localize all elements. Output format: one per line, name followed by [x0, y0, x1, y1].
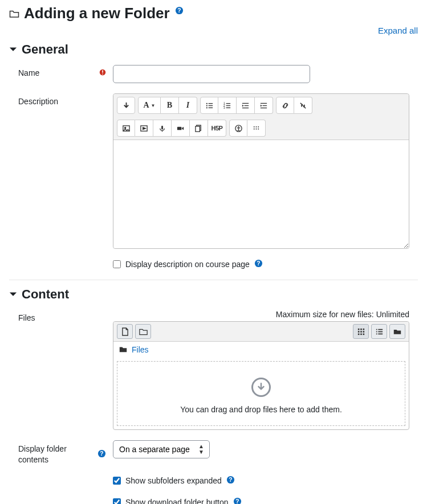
toolbar-paragraph-style-button[interactable]: A ▼ [138, 97, 161, 114]
svg-rect-48 [363, 333, 364, 335]
svg-rect-21 [263, 105, 267, 105]
svg-point-24 [124, 127, 125, 128]
toolbar-bold-button[interactable]: B [161, 97, 179, 114]
toolbar-outdent-button[interactable] [237, 97, 255, 114]
help-icon[interactable]: ? [175, 6, 184, 17]
svg-rect-3 [102, 70, 103, 73]
svg-point-37 [258, 128, 259, 129]
svg-rect-51 [376, 331, 377, 332]
svg-rect-46 [357, 333, 359, 335]
svg-text:?: ? [235, 498, 239, 504]
description-label: Description [18, 97, 58, 106]
svg-rect-14 [226, 105, 231, 105]
toolbar-h5p-button[interactable]: H5P [208, 120, 226, 137]
display-folder-label: Display folder contents [18, 444, 97, 465]
toolbar-accessibility-button[interactable] [229, 120, 247, 137]
rich-text-editor: A ▼ B I 123 [113, 93, 409, 249]
download-icon [251, 378, 271, 397]
toolbar-ul-button[interactable] [200, 97, 218, 114]
file-manager: Files You can drag and drop files here t… [113, 321, 409, 430]
svg-rect-12 [226, 103, 231, 104]
required-icon [99, 69, 106, 77]
toolbar-link-button[interactable] [276, 97, 294, 114]
toolbar-screenreader-button[interactable] [247, 120, 266, 137]
page-title: Adding a new Folder [24, 5, 170, 22]
svg-rect-53 [376, 333, 377, 334]
toolbar-expand-button[interactable] [117, 97, 135, 114]
svg-rect-54 [378, 333, 383, 334]
svg-text:3: 3 [223, 106, 225, 109]
svg-point-33 [256, 126, 257, 127]
toolbar-video-button[interactable] [172, 120, 190, 137]
files-path-link[interactable]: Files [132, 345, 149, 354]
display-folder-select[interactable]: On a separate page [113, 440, 210, 458]
help-icon[interactable]: ? [254, 259, 263, 269]
expand-all-link[interactable]: Expand all [378, 26, 418, 35]
svg-rect-45 [363, 331, 364, 333]
svg-text:?: ? [257, 260, 260, 267]
svg-rect-18 [245, 105, 249, 105]
toolbar-indent-button[interactable] [255, 97, 273, 114]
help-icon[interactable]: ? [233, 497, 242, 504]
folder-icon [9, 9, 19, 18]
show-download-label: Show download folder button [125, 498, 229, 504]
svg-rect-6 [208, 103, 213, 104]
create-folder-button[interactable] [135, 324, 151, 339]
section-general-header[interactable]: General [9, 42, 418, 57]
svg-point-31 [238, 126, 239, 127]
file-drop-zone[interactable]: You can drag and drop files here to add … [117, 361, 405, 426]
section-content-header[interactable]: Content [9, 287, 418, 302]
toolbar-manage-files-button[interactable] [190, 120, 208, 137]
toolbar-image-button[interactable] [117, 120, 135, 137]
description-textarea[interactable] [113, 140, 409, 248]
svg-point-36 [256, 128, 257, 129]
svg-rect-27 [177, 126, 182, 130]
chevron-down-icon [9, 46, 17, 54]
toolbar-italic-button[interactable]: I [179, 97, 197, 114]
max-size-note: Maximum size for new files: Unlimited [113, 310, 409, 319]
svg-rect-40 [357, 328, 359, 330]
name-input[interactable] [113, 65, 310, 83]
svg-rect-43 [357, 331, 359, 333]
svg-rect-16 [226, 107, 231, 108]
toolbar-ol-button[interactable]: 123 [218, 97, 237, 114]
help-icon[interactable]: ? [226, 476, 235, 486]
show-subfolders-checkbox[interactable] [113, 477, 121, 485]
drop-hint-text: You can drag and drop files here to add … [123, 405, 399, 414]
svg-rect-8 [208, 105, 213, 105]
svg-rect-17 [242, 103, 249, 103]
view-tree-button[interactable] [389, 324, 405, 339]
help-icon[interactable]: ? [97, 449, 106, 460]
svg-rect-4 [102, 73, 103, 75]
svg-point-35 [254, 128, 255, 129]
files-label: Files [18, 313, 35, 322]
display-description-label: Display description on course page [125, 260, 250, 269]
name-label: Name [18, 68, 39, 77]
svg-rect-41 [360, 328, 362, 330]
folder-solid-icon [119, 345, 127, 354]
show-download-checkbox[interactable] [113, 498, 121, 504]
svg-rect-44 [360, 331, 362, 333]
svg-text:?: ? [100, 450, 103, 457]
svg-rect-29 [196, 126, 200, 131]
section-divider [9, 280, 418, 280]
add-file-button[interactable] [117, 324, 133, 339]
svg-rect-52 [378, 331, 383, 332]
display-description-checkbox[interactable] [113, 260, 121, 268]
view-grid-button[interactable] [353, 324, 369, 339]
section-content-title: Content [22, 287, 69, 302]
svg-text:?: ? [177, 7, 181, 14]
toolbar-unlink-button[interactable] [294, 97, 312, 114]
svg-rect-22 [261, 107, 267, 108]
section-general-title: General [22, 42, 68, 57]
caret-down-icon: ▼ [151, 103, 156, 108]
svg-rect-19 [242, 107, 249, 108]
svg-text:?: ? [229, 477, 232, 483]
svg-rect-50 [378, 329, 383, 330]
svg-point-9 [206, 107, 207, 108]
svg-rect-20 [261, 103, 267, 103]
toolbar-audio-button[interactable] [153, 120, 172, 137]
toolbar-media-button[interactable] [135, 120, 153, 137]
svg-point-32 [254, 126, 255, 127]
view-list-button[interactable] [371, 324, 387, 339]
